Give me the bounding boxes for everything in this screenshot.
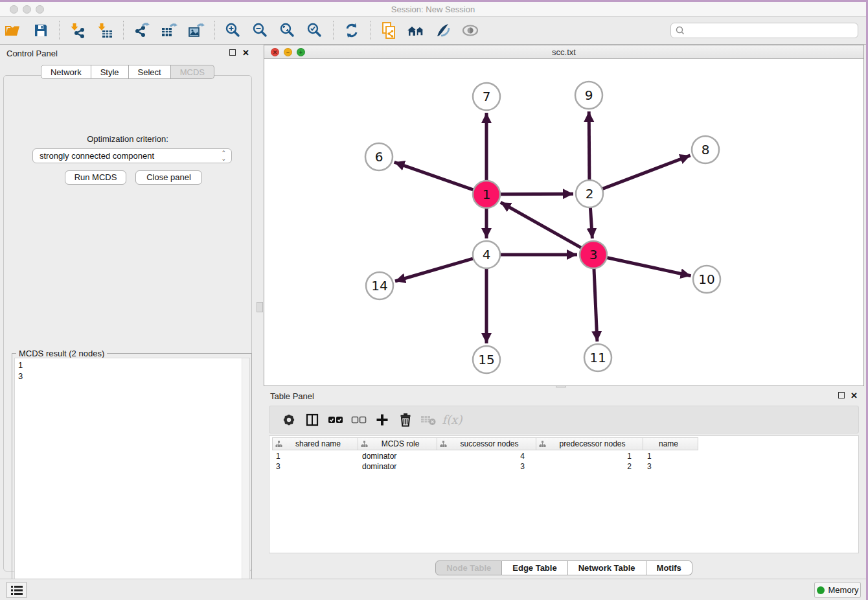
memory-button[interactable]: Memory [814,582,861,598]
graph-edge-3-11[interactable] [594,268,597,341]
network-window-title: scc.txt [264,47,863,57]
table-cell[interactable]: 3 [437,462,536,472]
network-canvas[interactable]: 7968124314101511 [264,59,863,386]
graph-node-label-7: 7 [483,89,491,104]
import-table-icon[interactable] [94,20,116,41]
tab-network-table[interactable]: Network Table [568,560,646,575]
close-table-panel-icon[interactable]: ✕ [851,391,858,400]
deselect-all-checkboxes-icon[interactable] [347,409,371,431]
save-session-icon[interactable] [30,20,52,41]
graph-edge-3-10[interactable] [607,257,691,275]
run-mcds-button[interactable]: Run MCDS [65,170,126,185]
result-scrollbar[interactable] [242,358,249,598]
tab-network[interactable]: Network [41,65,91,79]
table-panel-title: Table Panel [270,391,314,401]
export-network-icon[interactable] [131,20,153,41]
control-panel-header: Control Panel ✕ [0,45,255,62]
show-columns-icon[interactable] [301,409,324,431]
close-panel-button[interactable]: Close panel [135,170,202,185]
memory-status-dot [817,586,825,594]
optimization-criterion-select[interactable]: strongly connected component ⌃⌄ [32,148,232,163]
zoom-out-icon[interactable] [249,20,271,41]
tab-node-table[interactable]: Node Table [435,560,502,575]
tab-mcds[interactable]: MCDS [171,65,214,79]
table-cell[interactable]: 1 [272,452,358,462]
select-all-checkboxes-icon[interactable] [324,409,347,431]
app-window: Session: New Session [0,2,866,600]
graph-edge-2-3[interactable] [590,207,592,238]
toolbar-separator [59,21,60,40]
table-row[interactable]: 1dominator411 [272,452,698,462]
zoom-in-icon[interactable] [222,20,244,41]
table-panel: Table Panel ✕ [264,387,864,579]
graph-node-label-1: 1 [483,187,491,202]
show-all-windows-icon[interactable] [405,20,427,41]
tab-style[interactable]: Style [91,65,129,79]
table-row[interactable]: 3dominator323 [272,462,698,472]
graph-node-label-8: 8 [702,142,710,157]
graph-edge-3-1[interactable] [501,202,582,248]
search-icon [675,25,685,36]
graph-edge-1-2[interactable] [500,194,573,194]
network-window: ✕ − + scc.txt 7968124314101511 [264,45,864,386]
tab-motifs[interactable]: Motifs [646,560,692,575]
task-history-button[interactable] [6,582,27,598]
table-body: 1dominator4113dominator323 [272,452,698,472]
search-input[interactable] [685,25,858,36]
node-table[interactable]: shared nameMCDS rolesuccessor nodesprede… [269,435,859,553]
search-box [670,23,858,38]
column-header-label: successor nodes [447,439,536,448]
apply-style-icon[interactable] [432,20,454,41]
control-panel-title: Control Panel [6,49,58,58]
optimization-criterion-value: strongly connected component [40,151,154,161]
table-header-row: shared nameMCDS rolesuccessor nodesprede… [272,437,698,450]
import-network-icon[interactable] [67,20,89,41]
float-table-panel-icon[interactable] [838,392,845,398]
float-panel-icon[interactable] [229,49,236,56]
column-header-MCDS-role[interactable]: MCDS role [358,437,437,450]
graph-node-label-10: 10 [698,271,714,287]
tab-edge-table[interactable]: Edge Table [502,560,567,575]
graph-edge-4-14[interactable] [395,259,474,281]
main-titlebar: Session: New Session [0,2,866,17]
duplicate-network-icon[interactable] [378,20,400,41]
list-icon [10,585,23,595]
close-panel-icon[interactable]: ✕ [242,48,249,58]
tree-hierarchy-icon [440,441,447,448]
open-file-icon[interactable] [3,20,25,41]
optimization-criterion-label: Optimization criterion: [4,134,251,144]
export-image-icon[interactable] [185,20,207,41]
settings-gear-icon[interactable] [277,409,301,431]
delete-table-icon [417,409,440,431]
column-header-name[interactable]: name [643,437,698,450]
table-cell[interactable]: 2 [536,462,643,472]
vertical-splitter-handle[interactable] [257,302,263,312]
table-cell[interactable]: 3 [272,462,358,472]
zoom-fit-icon[interactable] [277,20,299,41]
graph-edge-2-8[interactable] [602,156,691,189]
export-table-icon[interactable] [158,20,180,41]
table-cell[interactable]: 1 [643,452,698,462]
refresh-view-icon[interactable] [341,20,363,41]
table-cell[interactable]: 4 [437,452,536,462]
column-header-successor-nodes[interactable]: successor nodes [437,437,536,450]
table-cell[interactable]: dominator [358,462,437,472]
column-header-predecessor-nodes[interactable]: predecessor nodes [536,437,643,450]
add-column-icon[interactable] [371,409,394,431]
graph-edge-1-6[interactable] [394,162,474,190]
graph-edge-2-9[interactable] [589,111,589,180]
tab-select[interactable]: Select [129,65,171,79]
column-header-label: MCDS role [368,439,437,448]
delete-column-icon[interactable] [394,409,417,431]
table-cell[interactable]: 1 [536,452,643,462]
zoom-selected-icon[interactable] [304,20,326,41]
main-toolbar [0,17,866,45]
graph-node-label-9: 9 [585,87,593,103]
column-header-shared-name[interactable]: shared name [272,437,358,450]
mcds-result-textarea[interactable]: 1 3 [14,358,250,599]
column-header-label: predecessor nodes [546,439,643,448]
toolbar-separator [214,21,215,40]
table-cell[interactable]: 3 [643,462,698,472]
table-cell[interactable]: dominator [358,452,437,462]
network-graph[interactable]: 7968124314101511 [264,59,863,386]
